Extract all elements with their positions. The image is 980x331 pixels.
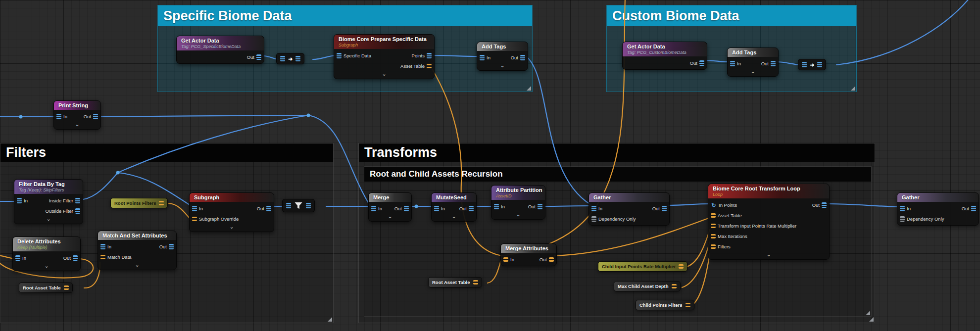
node-delete-attributes[interactable]: Delete Attributes Keep (Multiple) In Out… [12,236,81,271]
node-filter-funnel[interactable] [282,199,315,212]
input-pin[interactable] [900,206,905,211]
input-pin[interactable] [711,234,716,238]
comment-resize-handle[interactable] [328,317,332,322]
input-pin[interactable] [494,204,499,209]
node-header[interactable]: Merge [369,193,411,202]
output-pin[interactable] [817,62,822,67]
blueprint-graph-canvas[interactable]: Specific Biome Data Custom Biome Data Fi… [0,0,980,331]
node-header[interactable]: Attribute Partition AssetID [491,186,545,200]
node-merge-attributes[interactable]: Merge Attributes In Out [500,243,557,266]
input-pin[interactable] [711,213,716,218]
output-pin[interactable] [520,55,525,60]
output-pin[interactable] [822,202,827,208]
input-pin[interactable] [591,216,596,222]
output-pin[interactable] [427,53,432,58]
input-pin[interactable] [503,257,508,262]
comment-resize-handle[interactable] [869,317,874,322]
comment-resize-handle[interactable] [527,86,531,91]
node-header[interactable]: MutateSeed [432,193,476,202]
output-pin[interactable] [159,201,164,205]
collapse-chevron-icon[interactable]: ⌄ [728,69,778,75]
output-pin[interactable] [266,206,271,211]
getter-root-asset-table-left[interactable]: Root Asset Table [19,283,73,293]
input-pin[interactable] [100,244,105,249]
output-pin[interactable] [549,257,554,262]
output-pin[interactable] [699,60,704,66]
input-pin[interactable] [100,255,105,259]
input-pin[interactable] [711,244,716,249]
node-header[interactable]: Get Actor Data Tag: PCG_SpecificBiomeDat… [177,36,264,50]
node-header[interactable]: Biome Core Root Transform Loop Loop [708,184,829,198]
input-pin[interactable] [802,62,807,67]
node-header[interactable]: Match And Set Attributes [98,231,176,240]
node-add-tags-custom[interactable]: Add Tags In Out ⌄ [727,47,779,77]
loop-pin-icon[interactable]: ↻ [711,202,717,208]
node-get-actor-data-specific[interactable]: Get Actor Data Tag: PCG_SpecificBiomeDat… [176,36,264,64]
node-print-string[interactable]: Print String In Out ⌄ [53,100,101,130]
node-biome-core-prepare-specific-data[interactable]: Biome Core Prepare Specific Data Subgrap… [334,34,435,79]
output-pin[interactable] [64,285,69,290]
wire-junction-dot[interactable] [19,115,23,119]
output-pin[interactable] [75,208,80,214]
output-pin[interactable] [771,61,776,66]
node-get-actor-data-custom[interactable]: Get Actor Data Tag: PCG_CustomBiomeData … [622,42,707,70]
output-pin[interactable] [169,244,174,249]
node-header[interactable]: Get Actor Data Tag: PCG_CustomBiomeData [623,42,707,56]
node-gather-right[interactable]: Gather In Out Dependency Only [897,192,979,226]
output-pin[interactable] [672,284,677,288]
getter-max-child-asset-depth[interactable]: Max Child Asset Depth [614,281,681,291]
output-pin[interactable] [686,303,690,307]
collapse-chevron-icon[interactable]: ⌄ [477,63,528,69]
input-pin[interactable] [17,198,22,203]
collapse-chevron-icon[interactable]: ⌄ [14,216,83,223]
input-pin[interactable] [591,206,596,211]
input-pin[interactable] [711,224,716,228]
input-pin[interactable] [730,61,735,66]
getter-root-asset-table-mid[interactable]: Root Asset Table [428,277,482,287]
output-pin[interactable] [73,255,78,261]
node-header[interactable]: Gather [589,193,669,202]
output-pin[interactable] [971,206,976,211]
comment-resize-handle[interactable] [851,86,855,91]
node-attribute-partition[interactable]: Attribute Partition AssetID In Out ⌄ [491,185,545,220]
node-header[interactable]: Print String [54,101,100,110]
input-pin[interactable] [371,206,376,211]
input-pin[interactable] [434,206,439,211]
node-biome-core-root-transform-loop[interactable]: Biome Core Root Transform Loop Loop ↻ In… [708,184,830,260]
comment-header[interactable]: Transforms [359,143,875,162]
input-pin[interactable] [56,114,61,119]
output-pin[interactable] [93,114,98,119]
collapse-chevron-icon[interactable]: ⌄ [334,71,434,78]
node-reroute-custom[interactable]: ➜ [798,59,826,70]
input-pin[interactable] [900,216,905,222]
wire-junction-dot[interactable] [307,114,310,117]
comment-header[interactable]: Custom Biome Data [607,5,856,26]
node-add-tags-specific[interactable]: Add Tags In Out ⌄ [477,42,528,71]
getter-child-input-points-rate-multiplier[interactable]: Child Input Points Rate Multiplier [598,261,687,272]
node-gather-mid[interactable]: Gather In Out Dependency Only [588,192,670,226]
node-header[interactable]: Filter Data By Tag Tag (Keep): SkipFilte… [14,180,83,194]
output-pin[interactable] [469,206,474,211]
output-pin[interactable] [662,206,667,211]
input-pin[interactable] [15,255,20,261]
node-mutate-seed[interactable]: MutateSeed In Out ⌄ [431,192,477,222]
collapse-chevron-icon[interactable]: ⌄ [432,214,476,220]
node-merge[interactable]: Merge In Out ⌄ [368,192,412,222]
output-pin[interactable] [473,280,478,284]
output-pin[interactable] [538,204,542,209]
input-pin[interactable] [280,56,285,61]
collapse-chevron-icon[interactable]: ⌄ [98,262,176,269]
collapse-chevron-icon[interactable]: ⌄ [369,214,411,220]
collapse-chevron-icon[interactable]: ⌄ [708,252,829,258]
output-pin[interactable] [427,64,432,68]
output-pin[interactable] [404,206,409,211]
collapse-chevron-icon[interactable]: ⌄ [13,263,80,270]
node-header[interactable]: Add Tags [477,42,528,51]
node-match-and-set-attributes[interactable]: Match And Set Attributes In Out Match Da… [98,231,177,270]
collapse-chevron-icon[interactable]: ⌄ [491,212,545,218]
input-pin[interactable] [286,203,291,208]
node-reroute-specific[interactable]: ➜ [276,53,304,64]
node-header[interactable]: Subgraph [190,193,274,202]
output-pin[interactable] [295,56,300,61]
node-header[interactable]: Add Tags [728,48,778,57]
